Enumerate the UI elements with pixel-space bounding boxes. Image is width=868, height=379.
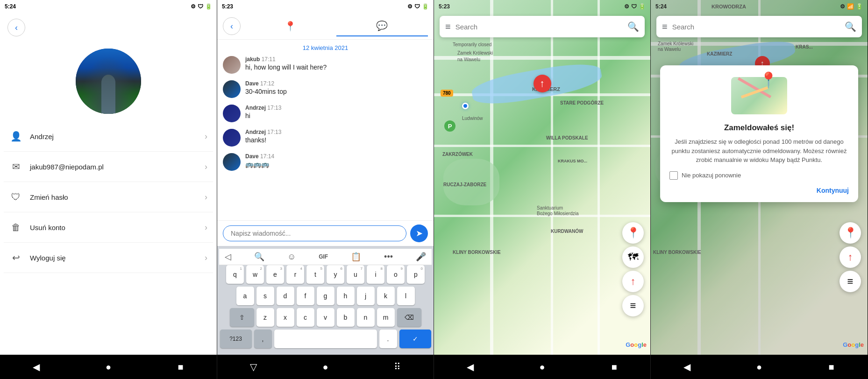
- nav-home-3[interactable]: ●: [533, 358, 551, 376]
- kb-enter[interactable]: ✓: [399, 330, 431, 348]
- kb-key-h[interactable]: h: [337, 287, 355, 305]
- message-input[interactable]: [223, 225, 406, 241]
- kb-comma[interactable]: ,: [254, 330, 272, 348]
- kb-key-p[interactable]: p0: [407, 265, 425, 284]
- kb-key-g[interactable]: g: [317, 287, 334, 305]
- kb-key-w[interactable]: w2: [246, 265, 264, 284]
- kb-back-icon[interactable]: ◁: [225, 252, 231, 262]
- kb-key-v[interactable]: v: [317, 308, 334, 327]
- avatar-image: [76, 49, 141, 114]
- fab-list-3[interactable]: ≡: [622, 295, 644, 316]
- map-shield-icon-3: 🛡: [631, 3, 637, 10]
- chat-message-4: Dave 17:14 🚌🚌🚌: [223, 153, 428, 171]
- hamburger-menu-icon-3[interactable]: ≡: [445, 21, 451, 32]
- nav-home-4[interactable]: ●: [750, 358, 768, 376]
- sender-time-1: Dave 17:12: [245, 80, 287, 87]
- kb-key-l[interactable]: l: [397, 287, 415, 305]
- kb-key-n[interactable]: n: [357, 308, 375, 327]
- map-search-input-4[interactable]: [672, 23, 840, 31]
- nav-recent-1[interactable]: ■: [171, 358, 190, 376]
- nav-recent-2[interactable]: ⠿: [388, 358, 407, 376]
- kb-key-x[interactable]: x: [277, 308, 294, 327]
- map-search-input-3[interactable]: [455, 23, 623, 31]
- menu-label-name: Andrzej: [30, 133, 205, 140]
- kb-key-c[interactable]: c: [297, 308, 314, 327]
- chat-back-button[interactable]: ‹: [223, 17, 241, 35]
- kb-search-icon[interactable]: 🔍: [254, 252, 264, 262]
- location-icon-3: 📍: [627, 227, 640, 239]
- map-battery-icon-4: 🔋: [856, 3, 863, 10]
- kb-mic-icon[interactable]: 🎤: [416, 252, 426, 262]
- kb-key-s[interactable]: s: [256, 287, 274, 305]
- fab-compass-4[interactable]: ↑: [840, 246, 861, 268]
- kb-key-k[interactable]: k: [377, 287, 395, 305]
- nav-back-2[interactable]: ▽: [244, 358, 263, 376]
- fab-location-3[interactable]: 📍: [622, 222, 644, 244]
- menu-item-delete[interactable]: 🗑 Usuń konto ›: [4, 212, 213, 243]
- kb-key-i[interactable]: i8: [367, 265, 384, 284]
- map-label-sanktuarium2: Bożego Miłosierdzia: [537, 211, 579, 216]
- dialog-body: Jeśli znajdziesz się w odległości ponad …: [669, 137, 849, 165]
- fab-location-4[interactable]: 📍: [840, 222, 861, 244]
- nav-home-2[interactable]: ●: [316, 358, 334, 376]
- kb-key-d[interactable]: d: [277, 287, 294, 305]
- chat-message-3: Andrzej 17:13 thanks!: [223, 129, 428, 147]
- menu-item-logout[interactable]: ↩ Wyloguj się ›: [4, 243, 213, 273]
- nav-recent-3[interactable]: ■: [605, 358, 624, 376]
- nav-recent-4[interactable]: ■: [822, 358, 841, 376]
- dialog-checkbox[interactable]: [669, 171, 678, 180]
- avatar-andrzej-1: [223, 105, 241, 122]
- kb-key-e[interactable]: e3: [266, 265, 284, 284]
- kb-period[interactable]: .: [379, 330, 397, 348]
- menu-item-email[interactable]: ✉ jakub987@niepodam.pl ›: [4, 152, 213, 182]
- nav-back-4[interactable]: ◀: [677, 358, 696, 376]
- kb-emoji-icon[interactable]: ☺: [287, 252, 296, 262]
- dialog-map-image: 📍: [731, 75, 787, 117]
- kb-gif-icon[interactable]: GIF: [319, 253, 328, 260]
- map-status-time-3: 5:23: [439, 3, 450, 10]
- map-label-ludwinow: Ludwinów: [462, 116, 483, 121]
- menu-item-password[interactable]: 🛡 Zmień hasło ›: [4, 182, 213, 212]
- kb-key-o[interactable]: o9: [387, 265, 405, 284]
- kb-key-a[interactable]: a: [236, 287, 254, 305]
- kb-key-z[interactable]: z: [256, 308, 274, 327]
- map-label-willa: WILLA PODSKALE: [546, 135, 588, 140]
- search-icon-3[interactable]: 🔍: [627, 21, 639, 32]
- bubble-1: Dave 17:12 30-40mins top: [245, 80, 287, 95]
- google-logo-4: Google: [843, 341, 864, 348]
- kb-key-m[interactable]: m: [377, 308, 395, 327]
- kb-key-t[interactable]: t5: [306, 265, 324, 284]
- continue-label[interactable]: Kontynuuj: [817, 187, 849, 194]
- kb-more-icon[interactable]: •••: [384, 252, 393, 262]
- tab-location[interactable]: 📍: [244, 16, 336, 36]
- kb-key-j[interactable]: j: [357, 287, 375, 305]
- kb-key-r[interactable]: r4: [286, 265, 304, 284]
- kb-num-switch[interactable]: ?123: [220, 330, 252, 348]
- fab-compass-3[interactable]: ↑: [622, 271, 644, 292]
- nav-back-3[interactable]: ◀: [461, 358, 479, 376]
- kb-backspace[interactable]: ⌫: [397, 308, 421, 327]
- send-button[interactable]: ➤: [410, 225, 428, 242]
- chat-tab-icon: 💬: [376, 20, 388, 31]
- menu-item-name[interactable]: 👤 Andrzej ›: [4, 121, 213, 152]
- location-icon-4: 📍: [844, 227, 857, 239]
- chat-message-1: Dave 17:12 30-40mins top: [223, 80, 428, 98]
- nav-back-1[interactable]: ◀: [27, 358, 45, 376]
- kb-key-u[interactable]: u7: [347, 265, 364, 284]
- kb-key-y[interactable]: y6: [327, 265, 344, 284]
- kb-shift[interactable]: ⇧: [230, 308, 254, 327]
- kb-row-4: ?123 , . ✓: [219, 330, 432, 348]
- kb-space[interactable]: [274, 330, 377, 348]
- fab-list-4[interactable]: ≡: [840, 271, 861, 292]
- tab-chat[interactable]: 💬: [336, 16, 428, 36]
- search-icon-4[interactable]: 🔍: [845, 21, 856, 32]
- kb-key-b[interactable]: b: [337, 308, 355, 327]
- kb-key-q[interactable]: q1: [226, 265, 244, 284]
- back-button[interactable]: ‹: [7, 19, 25, 36]
- fab-layers-3[interactable]: 🗺: [622, 246, 644, 268]
- nav-home-1[interactable]: ●: [99, 358, 118, 376]
- hamburger-menu-icon-4[interactable]: ≡: [662, 21, 668, 32]
- sender-time-3: Andrzej 17:13: [245, 129, 281, 135]
- kb-key-f[interactable]: f: [297, 287, 314, 305]
- kb-clipboard-icon[interactable]: 📋: [351, 252, 361, 262]
